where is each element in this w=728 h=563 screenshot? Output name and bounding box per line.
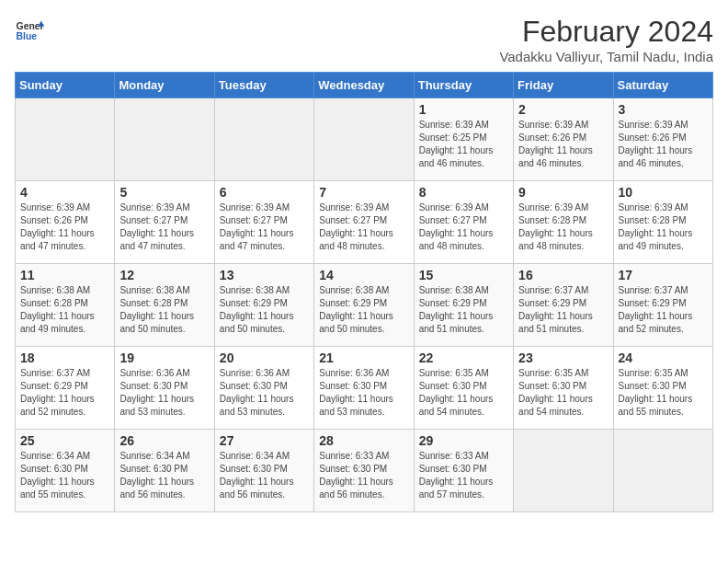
day-info: Sunrise: 6:38 AM Sunset: 6:28 PM Dayligh… [20, 284, 109, 336]
calendar-week-row: 25Sunrise: 6:34 AM Sunset: 6:30 PM Dayli… [16, 430, 713, 512]
day-number: 29 [419, 433, 508, 448]
day-number: 4 [20, 185, 109, 200]
weekday-header: Wednesday [314, 73, 414, 98]
day-info: Sunrise: 6:39 AM Sunset: 6:28 PM Dayligh… [518, 201, 608, 253]
calendar-cell [314, 98, 414, 181]
calendar-cell: 21Sunrise: 6:36 AM Sunset: 6:30 PM Dayli… [314, 347, 414, 430]
calendar-cell [514, 430, 613, 512]
day-number: 13 [220, 268, 309, 282]
logo-icon: General Blue [15, 15, 44, 44]
day-info: Sunrise: 6:39 AM Sunset: 6:26 PM Dayligh… [518, 119, 608, 170]
day-info: Sunrise: 6:37 AM Sunset: 6:29 PM Dayligh… [518, 284, 608, 336]
calendar-cell: 7Sunrise: 6:39 AM Sunset: 6:27 PM Daylig… [314, 181, 414, 264]
day-number: 8 [419, 185, 508, 200]
header: General Blue February 2024 Vadakku Valli… [15, 15, 713, 64]
month-title: February 2024 [499, 15, 713, 49]
weekday-header: Friday [514, 73, 613, 98]
day-number: 20 [220, 350, 309, 365]
day-number: 15 [419, 268, 508, 282]
day-info: Sunrise: 6:36 AM Sunset: 6:30 PM Dayligh… [220, 367, 309, 419]
calendar-week-row: 18Sunrise: 6:37 AM Sunset: 6:29 PM Dayli… [16, 347, 713, 430]
calendar-cell [214, 98, 313, 181]
calendar-cell: 29Sunrise: 6:33 AM Sunset: 6:30 PM Dayli… [414, 430, 513, 512]
day-info: Sunrise: 6:39 AM Sunset: 6:27 PM Dayligh… [119, 201, 209, 253]
day-number: 22 [419, 350, 508, 365]
calendar-cell: 10Sunrise: 6:39 AM Sunset: 6:28 PM Dayli… [613, 181, 712, 264]
calendar-cell: 18Sunrise: 6:37 AM Sunset: 6:29 PM Dayli… [16, 347, 115, 430]
header-row: SundayMondayTuesdayWednesdayThursdayFrid… [16, 73, 713, 98]
calendar-cell: 26Sunrise: 6:34 AM Sunset: 6:30 PM Dayli… [115, 430, 214, 512]
day-number: 19 [119, 350, 209, 365]
calendar-table: SundayMondayTuesdayWednesdayThursdayFrid… [15, 72, 713, 512]
day-number: 27 [220, 433, 309, 448]
svg-text:Blue: Blue [17, 31, 38, 41]
day-info: Sunrise: 6:34 AM Sunset: 6:30 PM Dayligh… [20, 450, 109, 501]
calendar-cell: 1Sunrise: 6:39 AM Sunset: 6:25 PM Daylig… [414, 98, 513, 181]
day-number: 10 [619, 185, 708, 200]
calendar-cell: 24Sunrise: 6:35 AM Sunset: 6:30 PM Dayli… [613, 347, 712, 430]
day-info: Sunrise: 6:39 AM Sunset: 6:26 PM Dayligh… [20, 201, 109, 253]
calendar-cell: 15Sunrise: 6:38 AM Sunset: 6:29 PM Dayli… [414, 264, 513, 347]
calendar-cell: 13Sunrise: 6:38 AM Sunset: 6:29 PM Dayli… [214, 264, 313, 347]
day-number: 23 [518, 350, 608, 365]
day-number: 26 [119, 433, 209, 448]
weekday-header: Tuesday [214, 73, 313, 98]
calendar-cell: 5Sunrise: 6:39 AM Sunset: 6:27 PM Daylig… [115, 181, 214, 264]
location-title: Vadakku Valliyur, Tamil Nadu, India [499, 49, 713, 64]
calendar-cell: 2Sunrise: 6:39 AM Sunset: 6:26 PM Daylig… [514, 98, 613, 181]
calendar-cell: 17Sunrise: 6:37 AM Sunset: 6:29 PM Dayli… [613, 264, 712, 347]
day-number: 7 [319, 185, 408, 200]
day-info: Sunrise: 6:39 AM Sunset: 6:27 PM Dayligh… [319, 201, 408, 253]
weekday-header: Sunday [16, 73, 115, 98]
day-number: 5 [119, 185, 209, 200]
day-info: Sunrise: 6:35 AM Sunset: 6:30 PM Dayligh… [619, 367, 708, 419]
day-number: 21 [319, 350, 408, 365]
day-info: Sunrise: 6:39 AM Sunset: 6:27 PM Dayligh… [419, 201, 508, 253]
day-info: Sunrise: 6:36 AM Sunset: 6:30 PM Dayligh… [319, 367, 408, 419]
calendar-cell: 22Sunrise: 6:35 AM Sunset: 6:30 PM Dayli… [414, 347, 513, 430]
calendar-cell [613, 430, 712, 512]
day-number: 28 [319, 433, 408, 448]
calendar-cell: 11Sunrise: 6:38 AM Sunset: 6:28 PM Dayli… [16, 264, 115, 347]
day-number: 25 [20, 433, 109, 448]
calendar-cell: 14Sunrise: 6:38 AM Sunset: 6:29 PM Dayli… [314, 264, 414, 347]
day-info: Sunrise: 6:39 AM Sunset: 6:28 PM Dayligh… [619, 201, 708, 253]
day-number: 2 [518, 102, 608, 117]
calendar-week-row: 4Sunrise: 6:39 AM Sunset: 6:26 PM Daylig… [16, 181, 713, 264]
calendar-cell: 12Sunrise: 6:38 AM Sunset: 6:28 PM Dayli… [115, 264, 214, 347]
day-info: Sunrise: 6:37 AM Sunset: 6:29 PM Dayligh… [20, 367, 109, 419]
day-number: 11 [20, 268, 109, 282]
calendar-cell: 19Sunrise: 6:36 AM Sunset: 6:30 PM Dayli… [115, 347, 214, 430]
day-info: Sunrise: 6:36 AM Sunset: 6:30 PM Dayligh… [119, 367, 209, 419]
weekday-header: Thursday [414, 73, 513, 98]
day-info: Sunrise: 6:39 AM Sunset: 6:26 PM Dayligh… [619, 119, 708, 170]
calendar-cell: 16Sunrise: 6:37 AM Sunset: 6:29 PM Dayli… [514, 264, 613, 347]
calendar-week-row: 1Sunrise: 6:39 AM Sunset: 6:25 PM Daylig… [16, 98, 713, 181]
day-info: Sunrise: 6:33 AM Sunset: 6:30 PM Dayligh… [319, 450, 408, 501]
day-number: 6 [220, 185, 309, 200]
logo: General Blue [15, 15, 44, 44]
calendar-cell: 3Sunrise: 6:39 AM Sunset: 6:26 PM Daylig… [613, 98, 712, 181]
day-number: 12 [119, 268, 209, 282]
calendar-cell: 8Sunrise: 6:39 AM Sunset: 6:27 PM Daylig… [414, 181, 513, 264]
calendar-cell: 27Sunrise: 6:34 AM Sunset: 6:30 PM Dayli… [214, 430, 313, 512]
day-info: Sunrise: 6:34 AM Sunset: 6:30 PM Dayligh… [119, 450, 209, 501]
day-info: Sunrise: 6:38 AM Sunset: 6:28 PM Dayligh… [119, 284, 209, 336]
day-number: 14 [319, 268, 408, 282]
day-number: 18 [20, 350, 109, 365]
calendar-cell [115, 98, 214, 181]
calendar-cell: 4Sunrise: 6:39 AM Sunset: 6:26 PM Daylig… [16, 181, 115, 264]
calendar-cell: 28Sunrise: 6:33 AM Sunset: 6:30 PM Dayli… [314, 430, 414, 512]
calendar-cell: 23Sunrise: 6:35 AM Sunset: 6:30 PM Dayli… [514, 347, 613, 430]
weekday-header: Saturday [613, 73, 712, 98]
day-info: Sunrise: 6:38 AM Sunset: 6:29 PM Dayligh… [220, 284, 309, 336]
calendar-cell: 20Sunrise: 6:36 AM Sunset: 6:30 PM Dayli… [214, 347, 313, 430]
calendar-cell: 25Sunrise: 6:34 AM Sunset: 6:30 PM Dayli… [16, 430, 115, 512]
day-info: Sunrise: 6:39 AM Sunset: 6:27 PM Dayligh… [220, 201, 309, 253]
day-info: Sunrise: 6:39 AM Sunset: 6:25 PM Dayligh… [419, 119, 508, 170]
day-info: Sunrise: 6:35 AM Sunset: 6:30 PM Dayligh… [419, 367, 508, 419]
day-number: 24 [619, 350, 708, 365]
title-area: February 2024 Vadakku Valliyur, Tamil Na… [499, 15, 713, 64]
calendar-week-row: 11Sunrise: 6:38 AM Sunset: 6:28 PM Dayli… [16, 264, 713, 347]
calendar-cell: 9Sunrise: 6:39 AM Sunset: 6:28 PM Daylig… [514, 181, 613, 264]
